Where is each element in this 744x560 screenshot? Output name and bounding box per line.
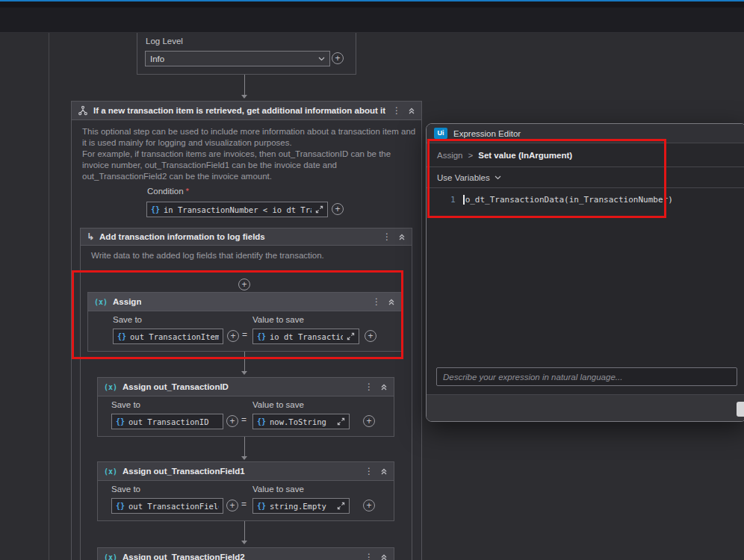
condition-label-text: Condition [147,187,184,196]
chevron-down-icon [318,57,325,61]
if-card-header[interactable]: If a new transaction item is retrieved, … [72,102,421,120]
line-number: 1 [450,195,456,205]
expand-expression-icon[interactable] [315,205,323,214]
assign-title: Assign out_TransactionID [123,382,229,391]
collapse-icon[interactable] [398,233,406,240]
value-to-save-label: Value to save [252,400,304,409]
value-value: now.ToString [270,417,326,426]
use-variables-dropdown[interactable]: Use Variables [427,167,744,188]
braces-icon: {} [257,417,266,426]
footer-action-button[interactable] [737,402,744,417]
assign-transactionid-card[interactable]: (x) Assign out_TransactionID ⋮ Save to V… [97,377,394,437]
expression-editor-panel: Ui Expression Editor Assign > Set value … [426,123,744,422]
if-description-2: For example, if transaction items are in… [82,149,417,182]
title-bar [0,0,744,7]
assign-activity-card-selected[interactable]: (x) Assign ⋮ Save to Value to save {} ou… [87,292,402,352]
log-level-dropdown[interactable]: Info [145,51,330,66]
collapse-icon[interactable] [388,298,395,305]
braces-icon: {} [151,205,160,214]
save-to-label: Save to [111,485,140,494]
collapse-icon[interactable] [380,553,388,560]
equals-sign: = [241,499,247,509]
expand-expression-icon[interactable] [347,332,355,340]
flow-arrow-head [241,541,247,544]
condition-expression-field[interactable]: {} in_TransactionNumber < io_dt_Transact… [146,202,328,217]
save-to-plus-button[interactable]: + [226,415,238,427]
assign-card-header[interactable]: (x) Assign out_TransactionID ⋮ [98,378,394,396]
save-to-label: Save to [113,315,142,324]
sequence-title: Add transaction information to log field… [99,232,265,241]
log-message-card-fragment[interactable]: Log Level Info + [137,33,356,75]
add-activity-button[interactable]: + [238,279,250,290]
condition-plus-button[interactable]: + [332,203,344,215]
assign-transactionfield1-card[interactable]: (x) Assign out_TransactionField1 ⋮ Save … [97,461,394,521]
assign-card-header[interactable]: (x) Assign out_TransactionField1 ⋮ [98,462,394,481]
flow-arrow-line [244,352,245,371]
value-plus-button[interactable]: + [365,330,376,342]
natural-language-input[interactable] [436,367,737,386]
expression-editor-footer [427,394,744,422]
flow-arrow-head [241,456,247,460]
kebab-menu-icon[interactable]: ⋮ [365,382,373,391]
assign-icon: (x) [94,298,108,306]
kebab-menu-icon[interactable]: ⋮ [365,467,373,476]
expression-editor-header[interactable]: Ui Expression Editor [427,124,744,143]
text-cursor [463,195,465,205]
condition-expression-value: in_TransactionNumber < io_dt_Transaction [164,205,311,214]
value-field[interactable]: {} now.ToString [252,414,350,429]
braces-icon: {} [116,417,125,426]
collapse-icon[interactable] [408,107,415,114]
equals-sign: = [242,329,247,340]
value-field[interactable]: {} string.Empty [252,498,350,514]
save-to-field[interactable]: {} out_TransactionID [111,414,223,429]
braces-icon: {} [257,502,266,510]
chevron-down-icon [495,175,501,180]
assign-title: Assign out_TransactionField1 [123,467,245,476]
assign-icon: (x) [104,553,117,560]
kebab-menu-icon[interactable]: ⋮ [382,232,391,241]
expression-code-text: o_dt_TransactionData(in_TransactionNumbe… [465,195,673,205]
save-to-value: out_TransactionField1 [128,502,219,511]
assign-transactionfield2-card[interactable]: (x) Assign out_TransactionField2 ⋮ [97,547,394,560]
value-plus-button[interactable]: + [363,415,375,427]
save-to-value: out_TransactionItem [130,332,219,341]
breadcrumb-current: Set value (InArgument) [478,151,572,160]
save-to-field[interactable]: {} out_TransactionItem [113,329,223,344]
sequence-card-header[interactable]: ↳ Add transaction information to log fie… [81,228,412,246]
value-to-save-label: Value to save [252,485,304,494]
save-to-label: Save to [111,400,140,409]
flow-arrow-line [244,521,245,541]
save-to-plus-button[interactable]: + [227,330,239,342]
flow-arrow-line [244,75,245,95]
code-editor-line[interactable]: 1 o_dt_TransactionData(in_TransactionNum… [427,193,744,206]
assign-card-header[interactable]: (x) Assign ⋮ [88,293,401,311]
expand-expression-icon[interactable] [337,417,345,426]
expand-expression-icon[interactable] [337,502,345,510]
kebab-menu-icon[interactable]: ⋮ [365,553,373,560]
assign-card-header[interactable]: (x) Assign out_TransactionField2 ⋮ [98,548,394,560]
kebab-menu-icon[interactable]: ⋮ [372,297,381,306]
save-to-field[interactable]: {} out_TransactionField1 [111,498,223,514]
flow-arrow-head [241,95,247,99]
kebab-menu-icon[interactable]: ⋮ [392,106,401,115]
value-plus-button[interactable]: + [363,500,375,511]
app-window: Log Level Info + If a new transaction it… [0,0,744,560]
expression-editor-title: Expression Editor [453,129,521,138]
use-variables-label: Use Variables [437,173,490,182]
braces-icon: {} [257,332,266,340]
required-asterisk: * [186,187,189,196]
sequence-icon: ↳ [87,231,94,242]
container-border-line [49,33,49,560]
value-to-save-label: Value to save [252,315,304,324]
breadcrumb-parent[interactable]: Assign [437,151,463,160]
condition-label: Condition* [147,187,189,196]
value-field[interactable]: {} io_dt_TransactionData( [252,329,359,344]
collapse-icon[interactable] [380,467,388,475]
braces-icon: {} [117,332,126,340]
flow-arrow-line [244,437,245,456]
value-value: string.Empty [270,502,326,511]
log-level-plus-button[interactable]: + [332,52,344,64]
breadcrumb: Assign > Set value (InArgument) [427,143,744,167]
collapse-icon[interactable] [380,383,388,391]
save-to-plus-button[interactable]: + [226,500,238,511]
